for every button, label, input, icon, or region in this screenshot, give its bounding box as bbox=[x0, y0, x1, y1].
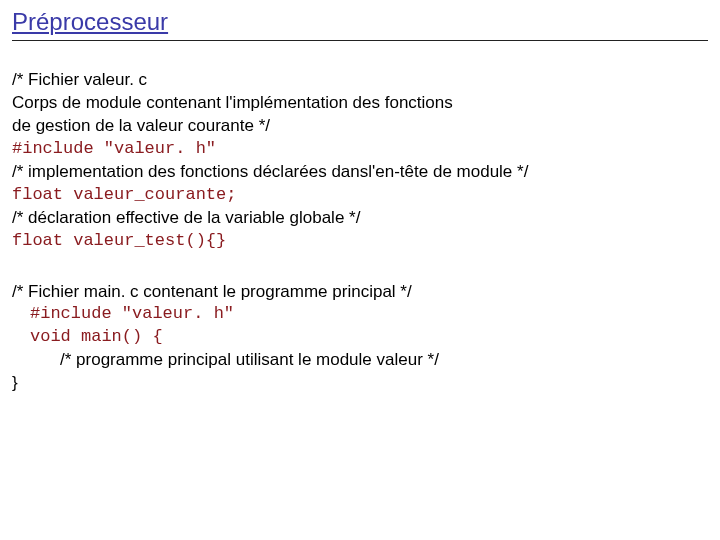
code-line: /* Fichier main. c contenant le programm… bbox=[12, 281, 708, 304]
code-line: float valeur_courante; bbox=[12, 184, 708, 207]
code-line: #include "valeur. h" bbox=[12, 303, 708, 326]
code-line: de gestion de la valeur courante */ bbox=[12, 115, 708, 138]
code-line: float valeur_test(){} bbox=[12, 230, 708, 253]
code-line: Corps de module contenant l'implémentati… bbox=[12, 92, 708, 115]
code-line: /* programme principal utilisant le modu… bbox=[12, 349, 708, 372]
slide-title: Préprocesseur bbox=[12, 8, 708, 41]
code-line: /* implementation des fonctions déclarée… bbox=[12, 161, 708, 184]
code-line: } bbox=[12, 372, 708, 395]
code-line: /* déclaration effective de la variable … bbox=[12, 207, 708, 230]
code-line: #include "valeur. h" bbox=[12, 138, 708, 161]
code-line: /* Fichier valeur. c bbox=[12, 69, 708, 92]
code-block-1: /* Fichier valeur. c Corps de module con… bbox=[12, 69, 708, 253]
code-block-2: /* Fichier main. c contenant le programm… bbox=[12, 281, 708, 396]
code-line: void main() { bbox=[12, 326, 708, 349]
